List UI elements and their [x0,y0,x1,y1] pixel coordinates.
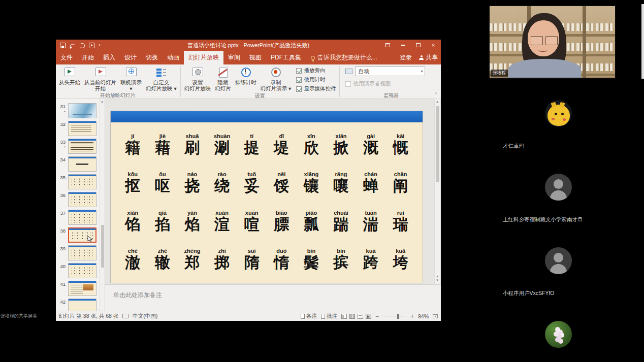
thumbnail-scrollbar[interactable]: ▲ [100,99,105,311]
close-button[interactable]: × [426,40,441,51]
redo-icon[interactable] [79,43,85,48]
login-button[interactable]: 登录 [400,53,412,62]
minimize-button[interactable] [395,40,410,51]
slide-scrollbar[interactable]: ▲ ▲▼ [434,99,440,284]
participants-scrollbar[interactable] [641,4,644,79]
ribbon-button-隐藏[interactable]: 隐藏幻灯片 [213,65,233,92]
slide-thumbnail-34[interactable]: 34 [56,156,105,174]
scrollbar-thumb[interactable] [101,225,104,268]
tell-me-box[interactable]: 告诉我您想要做什么... [306,51,377,64]
thumbnail-preview[interactable] [68,245,96,260]
char-cell-欣: xīn欣 [297,125,327,164]
slide-thumbnail-37[interactable]: 37 [56,210,105,227]
quick-access-toolbar: ▾ [56,43,101,48]
thumbnail-preview[interactable] [68,156,96,172]
participant-tile-上红科乡寄宿制藏文小学索南才旦[interactable]: 上红科乡寄宿制藏文小学索南才旦 [489,174,628,240]
notes-pane[interactable]: 单击此处添加备注 [105,284,441,311]
tab-审阅[interactable]: 审阅 [223,51,245,64]
tab-动画[interactable]: 动画 [163,51,184,64]
maximize-button[interactable] [410,40,426,51]
participant-tile-才仁卓玛[interactable]: 才仁卓玛 [489,100,628,167]
ribbon-group-setup: 设置幻灯片放映隐藏幻灯片排练计时 录制幻灯片演示 ▾ 播放旁白使用计时显示媒体控… [181,64,339,98]
thumbnail-preview[interactable] [68,281,96,296]
tab-文件[interactable]: 文件 [56,51,77,64]
start-slideshow-icon[interactable] [89,43,94,48]
hanzi-character: 妥 [244,177,260,194]
zoom-slider[interactable] [383,316,406,316]
comments-toggle[interactable]: 批注 [321,313,337,320]
checkbox-显示媒体控件[interactable]: 显示媒体控件 [296,85,336,92]
tab-设计[interactable]: 设计 [120,51,141,64]
thumbnail-preview[interactable] [68,174,96,189]
scroll-up-icon[interactable]: ▲ [101,100,104,103]
participant-tile-小程序用户VxcSFYfO[interactable]: 小程序用户VxcSFYfO [489,247,628,314]
char-cell-鬓: bìn鬓 [297,241,327,279]
qat-dropdown-icon[interactable]: ▾ [99,43,101,47]
participant-tile-雨巷青衫[interactable]: 雨巷青衫 [489,321,628,362]
tab-PDF工具集[interactable]: PDF工具集 [266,51,306,64]
ribbon-button-自定义[interactable]: 自定义幻灯片放映 ▾ [144,65,179,92]
ribbon-button-设置[interactable]: 设置幻灯片放映 [182,65,213,92]
char-cell-溉: gài溉 [356,125,386,164]
thumb-text-lines [71,125,91,133]
ribbon-button-联机演示[interactable]: 联机演示▾ [118,65,144,92]
thumb-title-bar [69,121,96,123]
zoom-slider-thumb[interactable] [397,314,399,319]
current-slide[interactable]: jí籍jiè藉shuā刷shuàn涮tí提dī堤xīn欣xiān掀gài溉kǎi… [110,111,423,283]
undo-icon[interactable] [70,43,75,48]
slide-thumbnail-38[interactable]: 38 [56,227,105,245]
ribbon-button-从当前幻灯片[interactable]: 从当前幻灯片开始 [82,65,118,92]
slide-thumbnail-40[interactable]: 40 [56,263,105,280]
slide-nav-buttons[interactable]: ▲▼ [436,274,439,282]
slide-thumbnail-39[interactable]: 39 [56,245,105,262]
tab-插入[interactable]: 插入 [99,51,120,64]
participant-video-tile[interactable]: 张培程 [489,5,616,79]
save-icon[interactable] [60,43,66,48]
thumbnail-preview[interactable] [68,103,96,118]
thumbnail-preview[interactable] [68,192,96,207]
slide-thumbnail-35[interactable]: 35 [56,174,105,191]
keyboard-language-icon[interactable] [122,314,128,318]
pinyin-label: chuài [334,210,348,216]
zoom-level[interactable]: 94% [418,313,429,319]
tab-视图[interactable]: 视图 [245,51,266,64]
thumbnail-preview[interactable] [68,121,96,136]
scroll-up-icon[interactable]: ▲ [436,100,439,103]
ribbon-button-录制[interactable]: 录制幻灯片演示 ▾ [259,65,294,92]
tab-开始[interactable]: 开始 [77,51,99,64]
ribbon-display-options-button[interactable] [380,40,395,51]
thumbnail-preview[interactable] [68,263,96,278]
slide-thumbnail-33[interactable]: 33* [56,139,105,156]
title-bar: ▾ 普通话小组讨论.pptx - PowerPoint(产品激活失败) × [56,40,441,51]
participant-name-tag: 张培程 [491,70,508,77]
collapse-ribbon-icon[interactable]: ⌃ [434,92,438,97]
slide-title-bar [111,111,423,122]
slide-thumbnail-32[interactable]: 32 [56,121,105,138]
scrollbar-thumb[interactable] [436,106,439,182]
checkbox-使用计时[interactable]: 使用计时 [296,76,336,83]
hanzi-character: 蝉 [363,177,378,194]
share-button[interactable]: 共享 [419,53,438,62]
normal-view-icon[interactable] [341,314,347,319]
notes-toggle[interactable]: 备注 [301,313,317,320]
thumbnail-number: 34 [56,156,68,174]
slide-thumbnail-41[interactable]: 41 [56,281,105,298]
zoom-in-button[interactable]: + [410,314,414,319]
reading-view-icon[interactable] [358,314,363,319]
zoom-out-button[interactable]: − [375,314,379,319]
ribbon-button-排练计时[interactable]: 排练计时 [233,65,259,92]
slide-thumbnail-36[interactable]: 36 [56,192,105,209]
presenter-view-checkbox[interactable]: 使用演示者视图 [345,80,437,87]
fit-slide-icon[interactable] [433,314,438,318]
slide-sorter-view-icon[interactable] [349,314,355,319]
thumbnail-preview[interactable] [68,139,96,154]
monitor-dropdown[interactable]: 自动 ▾ [355,67,425,76]
slide-thumbnail-31[interactable]: 31* [56,103,105,120]
tab-幻灯片放映[interactable]: 幻灯片放映 [184,51,223,64]
thumbnail-preview[interactable] [68,210,96,225]
slideshow-view-icon[interactable] [366,314,371,319]
language-label[interactable]: 中文(中国) [133,313,157,320]
tab-切换[interactable]: 切换 [141,51,163,64]
checkbox-播放旁白[interactable]: 播放旁白 [296,67,336,74]
ribbon-button-从头开始[interactable]: 从头开始 [57,65,82,92]
